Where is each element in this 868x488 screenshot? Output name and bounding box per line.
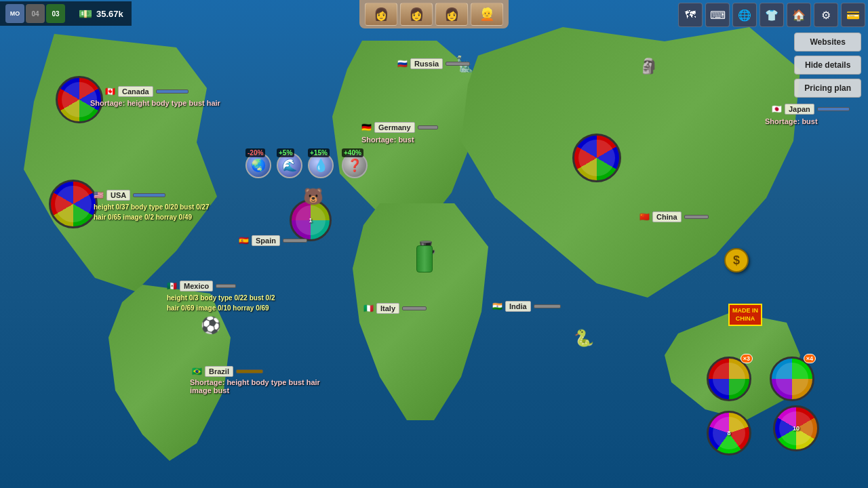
- card-icon-btn[interactable]: 💳: [841, 3, 865, 27]
- asia-chip[interactable]: [572, 134, 621, 182]
- china-name: China: [652, 211, 682, 222]
- italy-name: Italy: [376, 303, 399, 314]
- bonus-globe-2[interactable]: 🌊 +5%: [277, 152, 305, 178]
- brazil-bar: [236, 369, 263, 373]
- mexico-stats: height 0/3 body type 0/22 bust 0/2hair 0…: [167, 293, 275, 313]
- country-label-canada[interactable]: 🇨🇦 Canada: [105, 86, 189, 97]
- settings-icon-btn[interactable]: ⚙: [814, 3, 838, 27]
- country-label-italy[interactable]: 🇮🇹 Italy: [363, 303, 427, 314]
- europe-chip-inner: 1: [296, 205, 326, 235]
- map-icon-btn[interactable]: 🗺: [678, 3, 703, 27]
- hide-details-button[interactable]: Hide details: [794, 56, 861, 75]
- china-flag: 🇨🇳: [639, 212, 650, 222]
- chip-stack-3: 8: [707, 411, 751, 455]
- pricing-plan-button[interactable]: Pricing plan: [794, 79, 861, 98]
- green-cylinder: [416, 245, 433, 272]
- mexico-name: Mexico: [180, 281, 213, 291]
- mexico-bar: [216, 284, 236, 288]
- italy-flag: 🇮🇹: [363, 304, 374, 313]
- chip-br-4-inner: 10: [779, 411, 813, 445]
- mexico-flag: 🇲🇽: [167, 281, 177, 291]
- usa-stats: height 0/37 body type 0/20 bust 0/27hair…: [94, 202, 210, 222]
- country-label-russia[interactable]: 🇷🇺 Russia: [397, 58, 470, 69]
- character-tab-2[interactable]: 👩: [400, 3, 433, 26]
- usa-chip-inner: [55, 186, 92, 222]
- china-bar: [684, 215, 709, 219]
- bonus-3-label: +15%: [308, 148, 330, 157]
- india-flag: 🇮🇳: [492, 302, 502, 311]
- bonus-4-label: +40%: [342, 148, 363, 157]
- country-label-japan[interactable]: 🇯🇵 Japan: [772, 104, 850, 115]
- russia-name: Russia: [410, 58, 443, 69]
- character-tabs: 👩 👩 👩 👱: [359, 0, 509, 28]
- canada-name: Canada: [118, 86, 153, 97]
- character-tab-1[interactable]: 👩: [365, 3, 397, 26]
- money-amount: 35.67k: [96, 9, 123, 19]
- japan-flag: 🇯🇵: [772, 104, 782, 114]
- home-icon-btn[interactable]: 🏠: [787, 3, 811, 27]
- made-in-china-sign: MADE INCHINA: [728, 304, 762, 326]
- canada-shortage: Shortage: height body type bust hair: [90, 99, 220, 107]
- chip-br-3[interactable]: 8: [707, 411, 751, 455]
- russia-bar: [446, 62, 470, 66]
- right-icons-bar: 🗺 ⌨ 🌐 👕 🏠 ⚙ 💳: [678, 3, 865, 27]
- chip-br-3-inner: 8: [713, 417, 745, 449]
- germany-shortage: Shortage: bust: [361, 136, 414, 144]
- status-icons: MO 04 03: [0, 1, 71, 26]
- dollar-marker[interactable]: $: [724, 248, 749, 272]
- chip-br-4[interactable]: 10: [773, 405, 819, 451]
- country-label-usa[interactable]: 🇺🇸 USA: [94, 190, 165, 201]
- brazil-flag: 🇧🇷: [192, 367, 202, 376]
- status-mo: MO: [5, 4, 24, 23]
- country-label-mexico[interactable]: 🇲🇽 Mexico: [167, 281, 236, 291]
- chip-stack-4: 10: [773, 405, 819, 451]
- bonus-globe-3[interactable]: 💧 +15%: [308, 152, 339, 178]
- chip-br-1-badge: ×3: [741, 354, 753, 363]
- country-label-brazil[interactable]: 🇧🇷 Brazil: [192, 366, 263, 377]
- chip-br-1-inner: [713, 363, 745, 395]
- japan-bar: [817, 107, 850, 111]
- country-label-spain[interactable]: 🇪🇸 Spain: [239, 235, 307, 246]
- bonus-row: 🌏 -20% 🌊 +5% 💧 +15% ❓ +40%: [245, 152, 373, 178]
- country-label-china[interactable]: 🇨🇳 China: [639, 211, 709, 222]
- character-tab-4[interactable]: 👱: [471, 3, 503, 26]
- bonus-2-label: +5%: [277, 148, 294, 157]
- country-label-germany[interactable]: 🇩🇪 Germany: [361, 122, 438, 133]
- india-bar: [534, 304, 561, 308]
- asia-chip-inner: [578, 140, 615, 176]
- snake-decoration: 🐍: [574, 329, 594, 348]
- money-display: 💵 35.67k: [71, 1, 132, 26]
- usa-chip[interactable]: [49, 180, 98, 228]
- country-label-india[interactable]: 🇮🇳 India: [492, 301, 561, 312]
- germany-name: Germany: [374, 122, 415, 133]
- globe-icon-btn[interactable]: 🌐: [732, 3, 757, 27]
- bonus-1-label: -20%: [245, 148, 265, 157]
- brazil-name: Brazil: [205, 366, 233, 377]
- character-tab-3[interactable]: 👩: [435, 3, 468, 26]
- bonus-globe-1[interactable]: 🌏 -20%: [245, 152, 274, 178]
- chip-stack-1: ×3: [707, 357, 751, 401]
- canada-bar: [156, 89, 189, 94]
- buttons-panel: Websites Hide details Pricing plan: [794, 33, 861, 98]
- bonus-globe-4[interactable]: ❓ +40%: [342, 152, 373, 178]
- russia-flag: 🇷🇺: [397, 59, 408, 68]
- spain-flag: 🇪🇸: [239, 236, 249, 245]
- japan-name: Japan: [785, 104, 814, 115]
- chip-br-2-inner: [776, 363, 808, 395]
- japan-shortage: Shortage: bust: [765, 117, 818, 125]
- usa-bar: [133, 193, 165, 197]
- chip-stack-2: ×4: [770, 357, 814, 401]
- brazil-shortage: Shortage: height body type bust hairimag…: [190, 378, 320, 394]
- usa-name: USA: [106, 190, 130, 201]
- status-04: 04: [26, 4, 45, 23]
- keyboard-icon-btn[interactable]: ⌨: [705, 3, 730, 27]
- canada-flag: 🇨🇦: [105, 87, 115, 96]
- websites-button[interactable]: Websites: [794, 33, 861, 52]
- usa-flag: 🇺🇸: [94, 190, 104, 200]
- spain-name: Spain: [252, 235, 280, 246]
- statue-asia: 🗿: [639, 58, 658, 75]
- status-03: 03: [46, 4, 65, 23]
- shirt-icon-btn[interactable]: 👕: [760, 3, 784, 27]
- spain-bar: [283, 239, 307, 243]
- money-icon: 💵: [79, 7, 92, 20]
